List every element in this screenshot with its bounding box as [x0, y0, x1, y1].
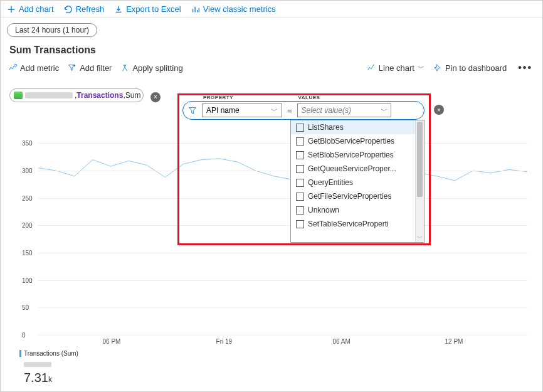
remove-metric-button[interactable]: ×	[150, 92, 161, 102]
export-label: Export to Excel	[126, 4, 181, 14]
y-tick-label: 200	[22, 222, 33, 229]
option-label: Unknown	[308, 206, 339, 215]
metric-pill[interactable]: , Transactions , Sum	[9, 88, 144, 102]
option-label: QueryEntities	[308, 178, 353, 187]
option-queryentities[interactable]: QueryEntities	[291, 176, 424, 189]
y-tick-label: 0	[22, 332, 26, 339]
add-metric-button[interactable]: Add metric	[8, 63, 59, 73]
summary-redacted	[24, 362, 51, 367]
line-chart	[38, 132, 527, 335]
add-metric-label: Add metric	[20, 63, 59, 73]
time-range-label: Last 24 hours (1 hour)	[15, 26, 89, 34]
option-getqueueprops[interactable]: GetQueueServiceProper...	[291, 162, 424, 176]
option-setblobprops[interactable]: SetBlobServiceProperties	[291, 148, 424, 162]
values-dropdown: ListShares GetBlobServiceProperties SetB…	[290, 120, 424, 243]
y-tick-label: 300	[22, 167, 33, 174]
property-header: PROPERTY	[203, 95, 233, 100]
resource-redacted	[25, 92, 73, 98]
add-filter-button[interactable]: Add filter	[68, 63, 112, 73]
scroll-down-icon[interactable]: ﹀	[416, 233, 424, 242]
y-tick-label: 50	[22, 304, 29, 311]
operator-label: =	[287, 106, 292, 115]
splitting-label: Apply splitting	[132, 63, 182, 73]
apply-splitting-button[interactable]: Apply splitting	[120, 63, 182, 73]
metric-icon	[8, 63, 17, 72]
option-getblobprops[interactable]: GetBlobServiceProperties	[291, 134, 424, 148]
x-tick-label: 06 AM	[332, 338, 350, 345]
top-toolbar: Add chart Refresh Export to Excel View c…	[1, 1, 542, 18]
filter-pill: PROPERTY API name ﹀ = VALUES Select valu…	[182, 101, 424, 120]
page-title: Sum Transactions	[9, 45, 534, 56]
option-label: SetTableServiceProperti	[308, 220, 389, 228]
option-label: GetQueueServiceProper...	[308, 164, 396, 173]
gridline	[38, 171, 527, 171]
summary-card: Transactions (Sum) 7.31k	[19, 350, 78, 385]
bar-chart-icon	[191, 5, 200, 14]
chevron-down-icon: ﹀	[380, 106, 387, 115]
property-value: API name	[206, 106, 240, 115]
values-select[interactable]: Select value(s) ﹀	[297, 103, 391, 117]
classic-metrics-button[interactable]: View classic metrics	[191, 4, 276, 14]
option-listshares[interactable]: ListShares	[291, 120, 424, 134]
option-label: GetFileServiceProperties	[308, 192, 391, 201]
chevron-down-icon: ﹀	[418, 63, 424, 73]
chart-plot[interactable]	[38, 132, 527, 335]
pin-icon	[433, 63, 442, 72]
refresh-label: Refresh	[76, 4, 105, 14]
remove-filter-button[interactable]: ×	[434, 105, 444, 115]
resource-icon	[14, 92, 23, 99]
checkbox-icon	[296, 137, 304, 146]
more-button[interactable]: •••	[515, 62, 535, 73]
property-field: PROPERTY API name ﹀	[202, 103, 282, 117]
checkbox-icon	[296, 124, 304, 132]
summary-label: Transactions (Sum)	[24, 350, 78, 357]
y-tick-label: 150	[22, 250, 33, 257]
checkbox-icon	[296, 206, 304, 215]
gridline	[38, 143, 527, 144]
summary-unit: k	[48, 375, 52, 384]
checkbox-icon	[296, 165, 304, 173]
metric-name: Transactions	[76, 91, 123, 100]
funnel-icon	[188, 106, 197, 115]
option-settableprops[interactable]: SetTableServiceProperti	[291, 217, 424, 231]
scrollbar[interactable]: ﹀	[415, 120, 424, 242]
scrollbar-thumb[interactable]	[417, 122, 423, 197]
gridline	[38, 307, 527, 308]
property-select[interactable]: API name ﹀	[202, 103, 282, 117]
summary-label-row: Transactions (Sum)	[19, 350, 78, 357]
values-field: VALUES Select value(s) ﹀	[297, 103, 391, 117]
add-filter-label: Add filter	[80, 63, 112, 73]
export-button[interactable]: Export to Excel	[114, 4, 181, 14]
y-tick-label: 100	[22, 277, 33, 283]
option-unknown[interactable]: Unknown	[291, 203, 424, 217]
option-getfileprops[interactable]: GetFileServiceProperties	[291, 189, 424, 203]
values-placeholder: Select value(s)	[302, 106, 351, 115]
line-chart-icon	[367, 63, 376, 72]
plus-icon	[7, 5, 16, 14]
option-label: GetBlobServiceProperties	[308, 137, 394, 146]
chart-toolbar: Add metric Add filter Apply splitting Li…	[1, 58, 542, 77]
refresh-icon	[64, 5, 73, 14]
add-chart-label: Add chart	[19, 4, 54, 14]
download-icon	[114, 5, 123, 14]
checkbox-icon	[296, 193, 304, 201]
add-chart-button[interactable]: Add chart	[7, 4, 54, 14]
chart-type-dropdown[interactable]: Line chart ﹀	[367, 63, 424, 73]
time-range-pill[interactable]: Last 24 hours (1 hour)	[7, 23, 97, 37]
x-tick-label: 06 PM	[103, 338, 121, 345]
aggregation-name: Sum	[125, 91, 141, 100]
metric-row: , Transactions , Sum ×	[1, 77, 542, 102]
option-label: ListShares	[308, 123, 344, 132]
option-label: SetBlobServiceProperties	[308, 151, 394, 159]
gridline	[38, 253, 527, 253]
x-tick-label: Fri 19	[216, 338, 233, 345]
split-icon	[120, 63, 129, 72]
gridline	[38, 280, 527, 281]
summary-value: 7.31k	[19, 371, 78, 385]
refresh-button[interactable]: Refresh	[64, 4, 105, 14]
chevron-down-icon: ﹀	[271, 106, 278, 115]
pin-button[interactable]: Pin to dashboard	[433, 63, 507, 73]
pin-label: Pin to dashboard	[445, 63, 507, 73]
time-range-row: Last 24 hours (1 hour)	[1, 18, 542, 41]
checkbox-icon	[296, 151, 304, 159]
